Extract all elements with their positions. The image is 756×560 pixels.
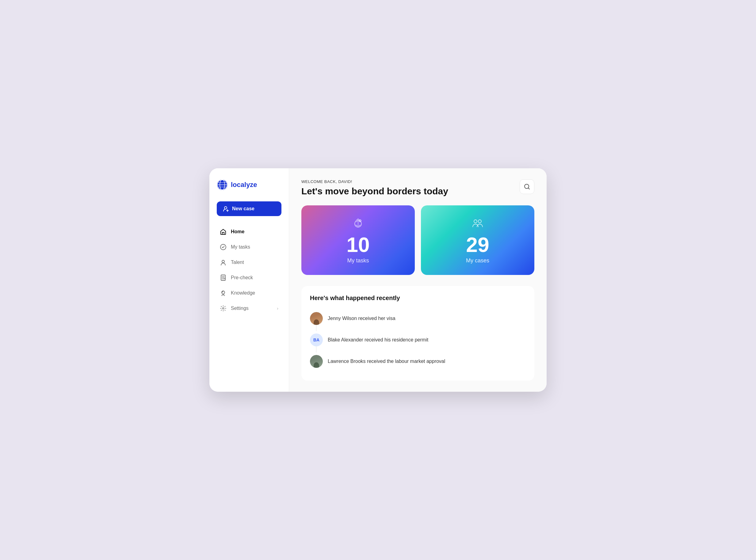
- stat-cards: 10 My tasks 29 My cases: [301, 205, 534, 275]
- sidebar-nav: Home My tasks Talent: [217, 225, 281, 315]
- sidebar-item-talent-label: Talent: [231, 260, 244, 265]
- sidebar-item-settings-label: Settings: [231, 306, 248, 311]
- tasks-card-icon: [352, 216, 364, 231]
- svg-point-11: [222, 260, 224, 263]
- settings-icon: [220, 305, 226, 312]
- avatar-blake: BA: [310, 334, 323, 346]
- sidebar-item-precheck-label: Pre-check: [231, 275, 253, 280]
- tasks-label: My tasks: [347, 258, 369, 264]
- logo-globe-icon: [217, 179, 228, 191]
- stat-card-tasks[interactable]: 10 My tasks: [301, 205, 415, 275]
- settings-chevron-icon: ›: [277, 306, 278, 311]
- cases-number: 29: [466, 234, 489, 255]
- sidebar-item-home[interactable]: Home: [217, 225, 281, 239]
- svg-point-20: [474, 220, 477, 223]
- app-container: localyze New case Home: [210, 168, 546, 392]
- new-case-button[interactable]: New case: [217, 201, 281, 216]
- search-icon: [524, 184, 530, 190]
- knowledge-icon: [220, 289, 226, 296]
- tasks-number: 10: [346, 234, 370, 255]
- svg-point-21: [478, 220, 481, 223]
- sidebar-item-tasks[interactable]: My tasks: [217, 240, 281, 254]
- activity-text-blake: Blake Alexander received his residence p…: [328, 337, 428, 343]
- avatar-jenny: [310, 312, 323, 325]
- person-add-icon: [223, 206, 229, 212]
- sidebar-item-talent[interactable]: Talent: [217, 255, 281, 269]
- precheck-icon: [220, 274, 226, 281]
- sidebar-item-knowledge[interactable]: Knowledge: [217, 286, 281, 300]
- stat-card-cases[interactable]: 29 My cases: [421, 205, 534, 275]
- avatar-lawrence: [310, 355, 323, 368]
- sidebar-item-knowledge-label: Knowledge: [231, 290, 255, 296]
- recent-title: Here's what happened recently: [310, 295, 526, 302]
- activity-item-lawrence[interactable]: Lawrence Brooks received the labour mark…: [310, 351, 526, 372]
- new-case-label: New case: [232, 206, 255, 212]
- recent-section: Here's what happened recently Jenny Wils…: [301, 286, 534, 381]
- search-button[interactable]: [520, 179, 534, 194]
- activity-item-blake[interactable]: BA Blake Alexander received his residenc…: [310, 329, 526, 351]
- talent-icon: [220, 259, 226, 266]
- activity-list: Jenny Wilson received her visa BA Blake …: [310, 308, 526, 372]
- cases-label: My cases: [466, 258, 489, 264]
- home-icon: [220, 228, 226, 235]
- sidebar: localyze New case Home: [210, 168, 289, 392]
- sidebar-item-home-label: Home: [231, 229, 244, 235]
- welcome-label: WELCOME BACK, DAVID!: [301, 179, 448, 184]
- svg-point-7: [224, 206, 227, 209]
- svg-point-16: [223, 308, 224, 309]
- header-row: WELCOME BACK, DAVID! Let's move beyond b…: [301, 179, 534, 197]
- cases-card-icon: [471, 216, 484, 231]
- headline: Let's move beyond borders today: [301, 186, 448, 197]
- activity-text-jenny: Jenny Wilson received her visa: [328, 316, 396, 321]
- tasks-icon: [220, 244, 226, 251]
- activity-text-lawrence: Lawrence Brooks received the labour mark…: [328, 359, 445, 364]
- sidebar-item-tasks-label: My tasks: [231, 244, 250, 250]
- main-content: WELCOME BACK, DAVID! Let's move beyond b…: [289, 168, 546, 392]
- logo-area: localyze: [217, 179, 281, 191]
- header-text: WELCOME BACK, DAVID! Let's move beyond b…: [301, 179, 448, 197]
- logo-text: localyze: [231, 181, 257, 189]
- activity-item-jenny[interactable]: Jenny Wilson received her visa: [310, 308, 526, 329]
- sidebar-item-settings[interactable]: Settings ›: [217, 301, 281, 315]
- sidebar-item-precheck[interactable]: Pre-check: [217, 271, 281, 285]
- svg-line-18: [529, 188, 530, 189]
